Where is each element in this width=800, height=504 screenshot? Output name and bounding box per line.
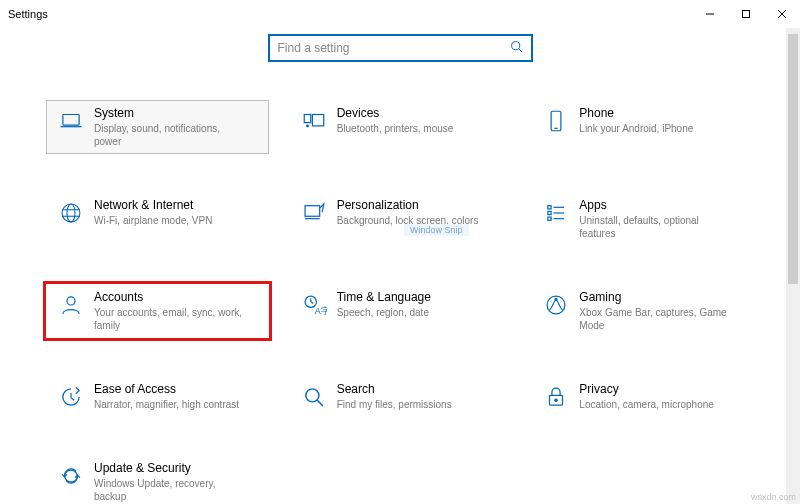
- tile-title: Phone: [579, 106, 693, 120]
- phone-icon: [539, 108, 573, 134]
- svg-rect-23: [548, 217, 551, 220]
- window-controls: [692, 0, 800, 28]
- tile-text: Network & Internet Wi-Fi, airplane mode,…: [94, 198, 212, 227]
- search-input[interactable]: [278, 41, 510, 55]
- svg-rect-19: [548, 206, 551, 209]
- tile-desc: Xbox Game Bar, captures, Game Mode: [579, 306, 729, 332]
- tile-title: Personalization: [337, 198, 479, 212]
- svg-text:A字: A字: [314, 306, 326, 316]
- tile-title: Privacy: [579, 382, 714, 396]
- tile-apps[interactable]: Apps Uninstall, defaults, optional featu…: [531, 192, 754, 246]
- svg-rect-8: [304, 115, 311, 123]
- tile-title: Update & Security: [94, 461, 244, 475]
- apps-list-icon: [539, 200, 573, 226]
- laptop-icon: [54, 108, 88, 134]
- svg-line-28: [310, 302, 312, 304]
- tile-text: Privacy Location, camera, microphone: [579, 382, 714, 411]
- snip-hint: Window Snip: [404, 224, 469, 236]
- tile-title: Network & Internet: [94, 198, 212, 212]
- ease-of-access-icon: [54, 384, 88, 410]
- tile-title: Ease of Access: [94, 382, 239, 396]
- paintbrush-icon: [297, 200, 331, 226]
- tile-title: Search: [337, 382, 452, 396]
- tile-text: System Display, sound, notifications, po…: [94, 106, 244, 148]
- svg-point-37: [555, 399, 557, 401]
- search-box[interactable]: [268, 34, 533, 62]
- tile-title: Apps: [579, 198, 729, 212]
- settings-grid: System Display, sound, notifications, po…: [46, 100, 754, 504]
- tile-text: Personalization Background, lock screen,…: [337, 198, 479, 227]
- tile-title: Time & Language: [337, 290, 431, 304]
- close-button[interactable]: [764, 0, 800, 28]
- tile-search[interactable]: Search Find my files, permissions: [289, 376, 512, 417]
- search-icon: [510, 40, 523, 56]
- tile-title: Devices: [337, 106, 454, 120]
- svg-point-4: [511, 42, 519, 50]
- tile-text: Accounts Your accounts, email, sync, wor…: [94, 290, 244, 332]
- titlebar: Settings: [0, 0, 800, 28]
- svg-rect-9: [312, 115, 323, 126]
- tile-text: Gaming Xbox Game Bar, captures, Game Mod…: [579, 290, 729, 332]
- tile-text: Time & Language Speech, region, date: [337, 290, 431, 319]
- devices-icon: [297, 108, 331, 134]
- tile-title: Accounts: [94, 290, 244, 304]
- tile-title: System: [94, 106, 244, 120]
- tile-desc: Narrator, magnifier, high contrast: [94, 398, 239, 411]
- person-icon: [54, 292, 88, 318]
- tile-text: Phone Link your Android, iPhone: [579, 106, 693, 135]
- svg-point-13: [62, 204, 80, 222]
- scrollbar-thumb[interactable]: [788, 34, 798, 284]
- tile-devices[interactable]: Devices Bluetooth, printers, mouse: [289, 100, 512, 154]
- minimize-button[interactable]: [692, 0, 728, 28]
- svg-point-10: [306, 125, 308, 127]
- watermark: wsxdn.com: [751, 492, 796, 502]
- tile-text: Devices Bluetooth, printers, mouse: [337, 106, 454, 135]
- tile-time-language[interactable]: A字 Time & Language Speech, region, date: [289, 284, 512, 338]
- svg-point-25: [67, 297, 75, 305]
- svg-rect-21: [548, 211, 551, 214]
- tile-text: Apps Uninstall, defaults, optional featu…: [579, 198, 729, 240]
- svg-point-14: [67, 204, 75, 222]
- tile-phone[interactable]: Phone Link your Android, iPhone: [531, 100, 754, 154]
- svg-line-33: [71, 398, 74, 400]
- maximize-button[interactable]: [728, 0, 764, 28]
- tile-text: Search Find my files, permissions: [337, 382, 452, 411]
- svg-line-5: [518, 49, 521, 52]
- svg-line-35: [317, 400, 323, 406]
- tile-update-security[interactable]: Update & Security Windows Update, recove…: [46, 455, 269, 504]
- tile-privacy[interactable]: Privacy Location, camera, microphone: [531, 376, 754, 417]
- tile-text: Ease of Access Narrator, magnifier, high…: [94, 382, 239, 411]
- tile-ease-of-access[interactable]: Ease of Access Narrator, magnifier, high…: [46, 376, 269, 417]
- tile-desc: Wi-Fi, airplane mode, VPN: [94, 214, 212, 227]
- tile-desc: Find my files, permissions: [337, 398, 452, 411]
- tile-desc: Bluetooth, printers, mouse: [337, 122, 454, 135]
- tile-desc: Link your Android, iPhone: [579, 122, 693, 135]
- svg-rect-6: [63, 115, 79, 126]
- window-title: Settings: [8, 8, 692, 20]
- scrollbar[interactable]: [786, 28, 800, 504]
- search-icon: [297, 384, 331, 410]
- lock-icon: [539, 384, 573, 410]
- tile-desc: Uninstall, defaults, optional features: [579, 214, 729, 240]
- globe-icon: [54, 200, 88, 226]
- tile-accounts[interactable]: Accounts Your accounts, email, sync, wor…: [43, 281, 272, 341]
- tile-desc: Your accounts, email, sync, work, family: [94, 306, 244, 332]
- svg-rect-1: [743, 11, 750, 18]
- tile-desc: Speech, region, date: [337, 306, 431, 319]
- tile-network[interactable]: Network & Internet Wi-Fi, airplane mode,…: [46, 192, 269, 246]
- update-icon: [54, 463, 88, 489]
- tile-desc: Location, camera, microphone: [579, 398, 714, 411]
- tile-title: Gaming: [579, 290, 729, 304]
- tile-gaming[interactable]: Gaming Xbox Game Bar, captures, Game Mod…: [531, 284, 754, 338]
- svg-point-34: [306, 389, 319, 402]
- search-container: [0, 34, 800, 62]
- tile-desc: Display, sound, notifications, power: [94, 122, 244, 148]
- tile-system[interactable]: System Display, sound, notifications, po…: [46, 100, 269, 154]
- svg-rect-17: [305, 206, 320, 217]
- gaming-icon: [539, 292, 573, 318]
- svg-point-31: [555, 298, 557, 300]
- tile-personalization[interactable]: Personalization Background, lock screen,…: [289, 192, 512, 246]
- time-language-icon: A字: [297, 292, 331, 318]
- tile-desc: Windows Update, recovery, backup: [94, 477, 244, 503]
- tile-text: Update & Security Windows Update, recove…: [94, 461, 244, 503]
